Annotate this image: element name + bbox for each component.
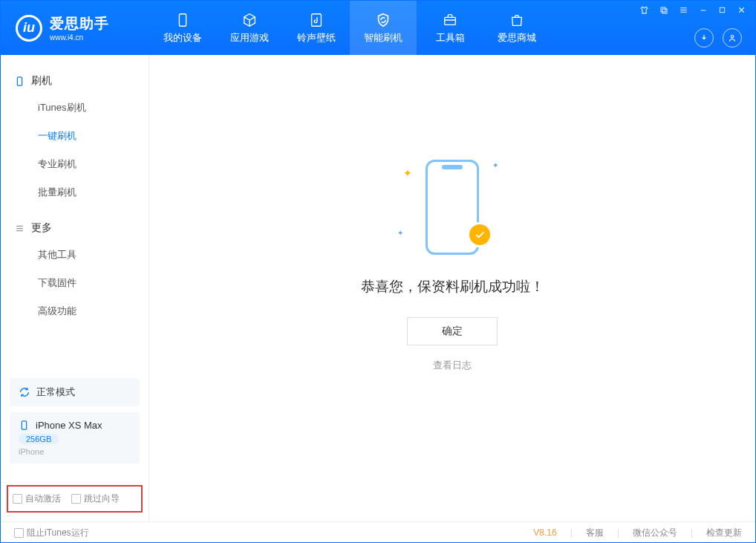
tab-label: 铃声壁纸 [297,31,336,45]
shield-refresh-icon [375,12,391,28]
device-storage: 256GB [19,434,59,444]
tab-label: 我的设备 [163,31,202,45]
divider: | [691,527,693,538]
tab-label: 应用游戏 [230,31,269,45]
svg-rect-5 [720,7,724,12]
tab-apps-games[interactable]: 应用游戏 [216,1,283,55]
checkbox-icon [13,494,22,504]
shopping-bag-icon [509,12,525,28]
logo-area: iu 爱思助手 www.i4.cn [1,14,149,42]
svg-rect-7 [17,77,22,85]
mode-box[interactable]: 正常模式 [10,378,140,406]
mode-label: 正常模式 [36,386,75,399]
header-right-buttons [694,28,742,48]
tab-my-device[interactable]: 我的设备 [149,1,216,55]
sidebar-item-oneclick-flash[interactable]: 一键刷机 [1,122,149,150]
checkbox-label: 自动激活 [25,492,61,505]
device-name-row: iPhone XS Max [19,420,102,431]
section-title: 更多 [31,221,52,235]
phone-icon [175,12,191,28]
download-icon [699,33,709,43]
shirt-icon[interactable] [639,5,649,15]
phone-icon [19,420,30,431]
nav-tabs: 我的设备 应用游戏 铃声壁纸 智能刷机 工具箱 爱思商城 [149,1,550,55]
tab-label: 工具箱 [436,31,465,45]
cube-icon [241,12,258,28]
svg-rect-0 [179,13,186,26]
check-badge-icon [467,222,492,247]
tab-ringtone-wallpaper[interactable]: 铃声壁纸 [283,1,350,55]
svg-rect-1 [312,13,322,26]
overlap-icon[interactable] [659,6,668,15]
sidebar-section-flash: 刷机 iTunes刷机 一键刷机 专业刷机 批量刷机 [1,68,149,207]
tab-label: 爱思商城 [498,31,536,45]
app-url: www.i4.cn [50,33,109,42]
sidebar-item-other-tools[interactable]: 其他工具 [1,241,149,269]
bottom-checkboxes-highlight: 自动激活 跳过向导 [7,485,143,513]
svg-point-6 [731,36,734,39]
sidebar-item-pro-flash[interactable]: 专业刷机 [1,150,149,178]
logo-text: 爱思助手 www.i4.cn [50,14,109,42]
sidebar-item-advanced[interactable]: 高级功能 [1,297,149,325]
checkbox-icon [71,494,81,504]
user-icon [727,33,737,43]
footer-link-wechat[interactable]: 微信公众号 [633,527,677,539]
svg-rect-8 [22,421,26,429]
svg-rect-3 [661,7,665,12]
checkbox-label: 阻止iTunes运行 [27,527,89,539]
check-icon [474,229,486,241]
menu-icon[interactable] [679,5,688,15]
sync-icon [19,386,30,398]
success-illustration: ✦ ✦ ✦ [408,160,497,256]
tab-toolbox[interactable]: 工具箱 [417,1,483,55]
tab-store[interactable]: 爱思商城 [483,1,550,55]
checkbox-label: 跳过向导 [84,492,120,505]
app-title: 爱思助手 [50,14,109,33]
checkbox-icon [14,528,24,538]
main-content: ✦ ✦ ✦ 恭喜您，保资料刷机成功啦！ 确定 查看日志 [149,55,755,521]
sidebar-header-flash: 刷机 [1,68,149,94]
sidebar-item-itunes-flash[interactable]: iTunes刷机 [1,94,149,122]
checkbox-block-itunes[interactable]: 阻止iTunes运行 [14,527,89,539]
success-message: 恭喜您，保资料刷机成功啦！ [361,277,544,296]
device-panel: 正常模式 iPhone XS Max 256GB iPhone [10,378,140,469]
sidebar-item-download-firmware[interactable]: 下载固件 [1,269,149,297]
view-log-link[interactable]: 查看日志 [433,359,472,372]
sparkle-icon: ✦ [397,229,403,237]
divider: | [570,527,573,538]
footer-link-update[interactable]: 检查更新 [706,527,742,539]
maximize-icon[interactable] [718,6,726,14]
close-icon[interactable] [737,5,746,15]
version-label: V8.16 [533,527,556,538]
footer-link-support[interactable]: 客服 [586,527,604,539]
footer-right: V8.16 | 客服 | 微信公众号 | 检查更新 [533,527,742,539]
device-name: iPhone XS Max [36,420,102,431]
user-button[interactable] [723,28,742,48]
sidebar-header-more: 更多 [1,215,149,241]
app-logo-icon: iu [16,15,42,42]
toolbox-icon [442,12,458,28]
svg-rect-2 [445,17,456,25]
tab-label: 智能刷机 [364,31,403,45]
ok-button[interactable]: 确定 [407,317,498,345]
tab-smart-flash[interactable]: 智能刷机 [350,1,417,55]
footer: 阻止iTunes运行 V8.16 | 客服 | 微信公众号 | 检查更新 [1,521,755,543]
sparkle-icon: ✦ [403,167,412,179]
checkbox-skip-wizard[interactable]: 跳过向导 [71,492,120,505]
device-icon [14,76,25,87]
music-file-icon [308,12,325,28]
divider: | [617,527,619,538]
device-info-box[interactable]: iPhone XS Max 256GB iPhone [10,412,140,464]
footer-left: 阻止iTunes运行 [14,527,89,539]
sparkle-icon: ✦ [492,161,498,169]
section-title: 刷机 [31,74,52,88]
sidebar-item-batch-flash[interactable]: 批量刷机 [1,178,149,207]
window-controls [639,5,746,15]
list-icon [14,223,25,234]
header: iu 爱思助手 www.i4.cn 我的设备 应用游戏 铃声壁纸 智能刷机 工具… [1,1,755,55]
body: 刷机 iTunes刷机 一键刷机 专业刷机 批量刷机 更多 其他工具 下载固件 … [1,55,755,521]
download-button[interactable] [694,28,714,48]
checkbox-auto-activate[interactable]: 自动激活 [13,492,61,505]
minimize-icon[interactable] [699,6,708,15]
sidebar: 刷机 iTunes刷机 一键刷机 专业刷机 批量刷机 更多 其他工具 下载固件 … [1,55,149,521]
